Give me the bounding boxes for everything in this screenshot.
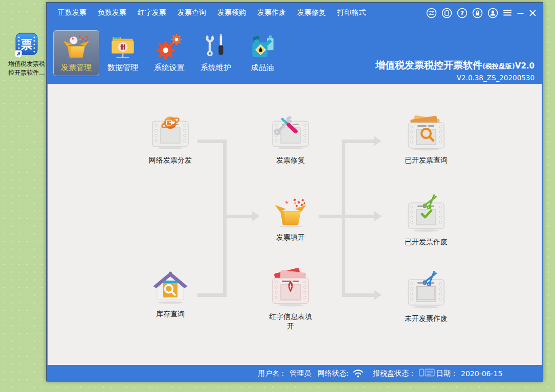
flow-connector bbox=[223, 140, 227, 297]
toolbar-item-label: 系统设置 bbox=[154, 63, 185, 73]
house-search-icon bbox=[151, 271, 189, 307]
shortcut-label-line1: 增值税发票税 bbox=[3, 60, 50, 68]
main-content: 网络发票分发 发票修复 bbox=[48, 84, 542, 365]
tax-disk-label: 报税盘状态： bbox=[373, 369, 416, 378]
statusbar-user: 用户名： 管理员 bbox=[258, 365, 311, 382]
svg-text:?: ? bbox=[460, 9, 464, 16]
flow-node-label: 库存查询 bbox=[156, 309, 185, 319]
date-value: 2020-06-15 bbox=[461, 370, 502, 378]
toolbar-item-data-management[interactable]: 数据管理 bbox=[100, 30, 146, 76]
account-icon[interactable] bbox=[487, 8, 498, 18]
tax-disk-icon bbox=[419, 368, 435, 379]
close-icon[interactable] bbox=[529, 9, 537, 17]
menu-item-invoice-void[interactable]: 发票作废 bbox=[257, 8, 286, 17]
titlebar-controls: ? bbox=[426, 3, 537, 23]
flow-connector bbox=[223, 215, 252, 218]
menu-item-invoice-purchase[interactable]: 发票领购 bbox=[217, 8, 246, 17]
flow-node-network-invoice-distribute[interactable]: 网络发票分发 bbox=[140, 114, 201, 165]
app-title-version: V2.0 bbox=[515, 61, 535, 71]
flow-node-label: 已开发票作废 bbox=[405, 237, 448, 247]
minimize-icon[interactable] bbox=[517, 9, 524, 17]
wrench-screwdriver-icon bbox=[202, 33, 230, 61]
flow-node-label: 红字信息表填开 bbox=[268, 312, 313, 331]
menu-item-invoice-repair[interactable]: 发票修复 bbox=[297, 8, 326, 17]
status-bar: 用户名： 管理员 网络状态: 报税盘状态： bbox=[47, 365, 543, 382]
flow-node-red-letter-form-fill[interactable]: 红字信息表填开 bbox=[260, 268, 321, 331]
flow-arrowhead bbox=[252, 211, 260, 221]
flow-node-unissued-invoice-void[interactable]: 未开发票作废 bbox=[395, 270, 457, 324]
menu-item-negative-invoice[interactable]: 负数发票 bbox=[98, 8, 126, 17]
invoice-scissors-blue-icon bbox=[405, 270, 448, 311]
flow-node-invoice-fill[interactable]: 发票填开 bbox=[260, 197, 321, 242]
user-value: 管理员 bbox=[290, 369, 311, 378]
app-title: 增值税发票税控开票软件 bbox=[375, 59, 482, 71]
folder-data-icon bbox=[109, 33, 137, 61]
flow-connector bbox=[345, 293, 374, 297]
svg-text:票: 票 bbox=[20, 38, 33, 51]
invoice-search-icon bbox=[405, 114, 448, 153]
flow-node-label: 发票修复 bbox=[276, 155, 305, 165]
flow-arrowhead bbox=[374, 290, 382, 300]
flow-node-label: 发票填开 bbox=[276, 233, 305, 242]
wifi-icon bbox=[352, 368, 364, 379]
red-invoice-pen-icon bbox=[269, 268, 312, 309]
clipboard-icon[interactable] bbox=[441, 8, 452, 18]
flow-connector bbox=[197, 140, 227, 143]
statusbar-date: 日期： 2020-06-15 bbox=[436, 365, 502, 382]
invoice-scissors-check-icon bbox=[405, 194, 448, 235]
invoice-repair-icon bbox=[269, 114, 312, 153]
toolbar-item-refined-oil[interactable]: 成品油 bbox=[239, 30, 285, 76]
open-box-icon bbox=[62, 33, 90, 61]
flow-arrowhead bbox=[374, 211, 382, 221]
toolbar-item-label: 数据管理 bbox=[107, 63, 138, 73]
invoice-app-icon: 票 bbox=[15, 50, 38, 59]
gears-icon bbox=[156, 33, 183, 61]
statusbar-tax-disk: 报税盘状态： bbox=[373, 365, 435, 382]
toolbar-item-label: 成品油 bbox=[251, 63, 274, 73]
flow-node-issued-invoice-query[interactable]: 已开发票查询 bbox=[395, 114, 457, 165]
menu-item-invoice-query[interactable]: 发票查询 bbox=[177, 8, 206, 17]
user-label: 用户名： bbox=[258, 369, 286, 378]
toolbar-item-label: 发票管理 bbox=[61, 63, 92, 73]
oil-can-icon bbox=[249, 33, 276, 61]
toolbar-item-invoice-management[interactable]: 发票管理 bbox=[53, 30, 99, 76]
help-icon[interactable]: ? bbox=[457, 8, 468, 18]
flow-connector bbox=[197, 293, 227, 297]
flow-node-label: 未开发票作废 bbox=[405, 314, 448, 324]
app-title-block: 增值税发票税控开票软件(税控盘版)V2.0 V2.0.38_ZS_2020053… bbox=[375, 59, 535, 83]
invoice-globe-icon bbox=[149, 114, 192, 153]
menu-item-red-letter-invoice[interactable]: 红字发票 bbox=[138, 8, 166, 17]
flow-connector bbox=[345, 140, 374, 143]
flow-connector bbox=[345, 215, 374, 218]
open-box-icon bbox=[274, 197, 307, 230]
menu-bar: 正数发票 负数发票 红字发票 发票查询 发票领购 发票作废 发票修复 打印格式 … bbox=[47, 3, 543, 23]
statusbar-network: 网络状态: bbox=[318, 365, 364, 382]
lock-icon[interactable] bbox=[472, 8, 483, 18]
flow-node-issued-invoice-void[interactable]: 已开发票作废 bbox=[395, 194, 457, 247]
network-label: 网络状态: bbox=[318, 369, 349, 378]
menu-item-positive-invoice[interactable]: 正数发票 bbox=[58, 8, 86, 17]
menu-item-print-format[interactable]: 打印格式 bbox=[337, 8, 366, 17]
switch-user-icon[interactable] bbox=[426, 8, 437, 18]
toolbar-item-system-settings[interactable]: 系统设置 bbox=[146, 30, 192, 76]
toolbar-item-system-maintenance[interactable]: 系统维护 bbox=[193, 30, 239, 76]
shortcut-label-line2: 控开票软件... bbox=[3, 69, 50, 77]
flow-arrowhead bbox=[374, 136, 382, 146]
flow-node-label: 网络发票分发 bbox=[149, 155, 192, 165]
app-window: 正数发票 负数发票 红字发票 发票查询 发票领购 发票作废 发票修复 打印格式 … bbox=[46, 2, 543, 381]
flow-node-label: 已开发票查询 bbox=[405, 155, 448, 165]
menu-icon[interactable] bbox=[503, 9, 512, 17]
desktop-shortcut-invoice-app[interactable]: 票 增值税发票税 控开票软件... bbox=[3, 33, 50, 77]
toolbar: 发票管理 bbox=[47, 23, 543, 84]
date-label: 日期： bbox=[436, 369, 458, 378]
flow-node-inventory-query[interactable]: 库存查询 bbox=[140, 271, 201, 319]
flow-connector bbox=[342, 140, 345, 297]
toolbar-item-label: 系统维护 bbox=[201, 63, 231, 73]
desktop: { "desktop": { "shortcut": { "icon": "in… bbox=[0, 0, 555, 392]
app-build-version: V2.0.38_ZS_20200530 bbox=[375, 73, 535, 83]
flow-node-invoice-repair[interactable]: 发票修复 bbox=[260, 114, 321, 165]
app-title-edition: (税控盘版) bbox=[482, 62, 515, 70]
